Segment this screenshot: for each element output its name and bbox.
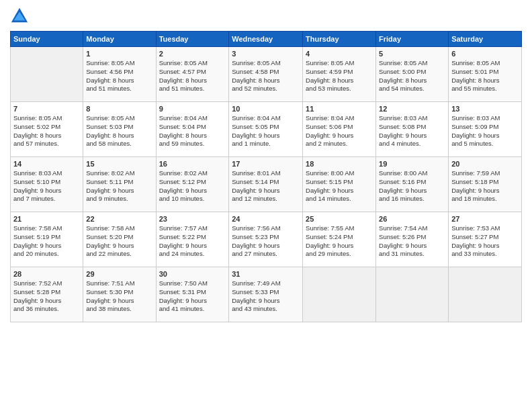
day-info: Sunrise: 7:53 AMSunset: 5:27 PMDaylight:… (451, 224, 519, 259)
calendar-week-row: 28Sunrise: 7:52 AMSunset: 5:28 PMDayligh… (11, 267, 522, 322)
calendar-cell: 16Sunrise: 8:02 AMSunset: 5:12 PMDayligh… (156, 157, 229, 212)
calendar-cell (303, 267, 376, 322)
day-number: 15 (86, 160, 152, 168)
calendar-cell: 28Sunrise: 7:52 AMSunset: 5:28 PMDayligh… (11, 267, 83, 322)
day-number: 20 (451, 160, 519, 168)
calendar-cell: 8Sunrise: 8:05 AMSunset: 5:03 PMDaylight… (83, 102, 156, 157)
day-info: Sunrise: 7:50 AMSunset: 5:31 PMDaylight:… (159, 279, 226, 314)
calendar-cell: 25Sunrise: 7:55 AMSunset: 5:24 PMDayligh… (303, 212, 376, 267)
day-info: Sunrise: 8:03 AMSunset: 5:09 PMDaylight:… (451, 114, 519, 148)
calendar-cell: 21Sunrise: 7:58 AMSunset: 5:19 PMDayligh… (11, 212, 83, 267)
day-number: 13 (451, 105, 519, 113)
day-info: Sunrise: 7:56 AMSunset: 5:23 PMDaylight:… (232, 224, 300, 259)
day-number: 1 (86, 50, 152, 58)
day-info: Sunrise: 8:02 AMSunset: 5:12 PMDaylight:… (159, 169, 226, 203)
day-number: 18 (306, 160, 373, 168)
day-number: 7 (13, 105, 80, 113)
day-number: 28 (13, 270, 80, 278)
day-info: Sunrise: 8:00 AMSunset: 5:16 PMDaylight:… (379, 169, 445, 203)
calendar-cell: 11Sunrise: 8:04 AMSunset: 5:06 PMDayligh… (303, 102, 376, 157)
day-info: Sunrise: 8:04 AMSunset: 5:06 PMDaylight:… (306, 114, 373, 148)
day-info: Sunrise: 8:04 AMSunset: 5:05 PMDaylight:… (232, 114, 300, 148)
day-info: Sunrise: 8:05 AMSunset: 5:02 PMDaylight:… (13, 114, 80, 148)
calendar-cell: 15Sunrise: 8:02 AMSunset: 5:11 PMDayligh… (83, 157, 156, 212)
day-info: Sunrise: 8:02 AMSunset: 5:11 PMDaylight:… (86, 169, 152, 203)
calendar-cell: 18Sunrise: 8:00 AMSunset: 5:15 PMDayligh… (303, 157, 376, 212)
weekday-header-friday: Friday (376, 32, 449, 47)
weekday-header-tuesday: Tuesday (156, 32, 229, 47)
day-info: Sunrise: 8:03 AMSunset: 5:08 PMDaylight:… (379, 114, 445, 148)
calendar-cell: 6Sunrise: 8:05 AMSunset: 5:01 PMDaylight… (449, 47, 522, 102)
calendar-cell: 17Sunrise: 8:01 AMSunset: 5:14 PMDayligh… (229, 157, 303, 212)
weekday-header-thursday: Thursday (303, 32, 376, 47)
day-number: 22 (86, 215, 152, 223)
day-number: 24 (232, 215, 300, 223)
calendar-cell: 10Sunrise: 8:04 AMSunset: 5:05 PMDayligh… (229, 102, 303, 157)
day-number: 12 (379, 105, 445, 113)
weekday-header-wednesday: Wednesday (229, 32, 303, 47)
day-info: Sunrise: 8:01 AMSunset: 5:14 PMDaylight:… (232, 169, 300, 203)
day-number: 6 (451, 50, 519, 58)
day-info: Sunrise: 7:55 AMSunset: 5:24 PMDaylight:… (306, 224, 373, 259)
day-info: Sunrise: 8:05 AMSunset: 4:56 PMDaylight:… (86, 59, 152, 93)
day-number: 19 (379, 160, 445, 168)
day-number: 14 (13, 160, 80, 168)
day-info: Sunrise: 7:54 AMSunset: 5:26 PMDaylight:… (379, 224, 445, 259)
calendar-week-row: 14Sunrise: 8:03 AMSunset: 5:10 PMDayligh… (11, 157, 522, 212)
calendar-cell (449, 267, 522, 322)
calendar-cell: 4Sunrise: 8:05 AMSunset: 4:59 PMDaylight… (303, 47, 376, 102)
calendar-week-row: 7Sunrise: 8:05 AMSunset: 5:02 PMDaylight… (11, 102, 522, 157)
day-info: Sunrise: 8:05 AMSunset: 5:01 PMDaylight:… (451, 59, 519, 93)
calendar-week-row: 1Sunrise: 8:05 AMSunset: 4:56 PMDaylight… (11, 47, 522, 102)
calendar-cell: 1Sunrise: 8:05 AMSunset: 4:56 PMDaylight… (83, 47, 156, 102)
calendar-cell: 13Sunrise: 8:03 AMSunset: 5:09 PMDayligh… (449, 102, 522, 157)
day-info: Sunrise: 7:49 AMSunset: 5:33 PMDaylight:… (232, 279, 300, 314)
calendar-cell: 7Sunrise: 8:05 AMSunset: 5:02 PMDaylight… (11, 102, 83, 157)
day-number: 30 (159, 270, 226, 278)
day-info: Sunrise: 7:51 AMSunset: 5:30 PMDaylight:… (86, 279, 152, 314)
calendar-table: SundayMondayTuesdayWednesdayThursdayFrid… (10, 31, 522, 322)
weekday-header-monday: Monday (83, 32, 156, 47)
day-number: 11 (306, 105, 373, 113)
calendar-cell: 12Sunrise: 8:03 AMSunset: 5:08 PMDayligh… (376, 102, 449, 157)
day-number: 25 (306, 215, 373, 223)
weekday-header-row: SundayMondayTuesdayWednesdayThursdayFrid… (11, 32, 522, 47)
day-number: 31 (232, 270, 300, 278)
day-number: 2 (159, 50, 226, 58)
page: SundayMondayTuesdayWednesdayThursdayFrid… (0, 0, 532, 411)
header (10, 7, 522, 26)
calendar-cell: 27Sunrise: 7:53 AMSunset: 5:27 PMDayligh… (449, 212, 522, 267)
calendar-cell: 3Sunrise: 8:05 AMSunset: 4:58 PMDaylight… (229, 47, 303, 102)
day-number: 26 (379, 215, 445, 223)
calendar-cell (376, 267, 449, 322)
day-number: 8 (86, 105, 152, 113)
day-number: 27 (451, 215, 519, 223)
calendar-cell: 20Sunrise: 7:59 AMSunset: 5:18 PMDayligh… (449, 157, 522, 212)
day-number: 21 (13, 215, 80, 223)
day-info: Sunrise: 8:05 AMSunset: 4:59 PMDaylight:… (306, 59, 373, 93)
calendar-cell: 22Sunrise: 7:58 AMSunset: 5:20 PMDayligh… (83, 212, 156, 267)
calendar-cell: 30Sunrise: 7:50 AMSunset: 5:31 PMDayligh… (156, 267, 229, 322)
calendar-cell (11, 47, 83, 102)
calendar-header: SundayMondayTuesdayWednesdayThursdayFrid… (11, 32, 522, 47)
calendar-cell: 24Sunrise: 7:56 AMSunset: 5:23 PMDayligh… (229, 212, 303, 267)
calendar-cell: 31Sunrise: 7:49 AMSunset: 5:33 PMDayligh… (229, 267, 303, 322)
calendar-cell: 5Sunrise: 8:05 AMSunset: 5:00 PMDaylight… (376, 47, 449, 102)
day-number: 3 (232, 50, 300, 58)
day-number: 4 (306, 50, 373, 58)
day-number: 9 (159, 105, 226, 113)
day-number: 17 (232, 160, 300, 168)
weekday-header-sunday: Sunday (11, 32, 83, 47)
day-info: Sunrise: 7:57 AMSunset: 5:22 PMDaylight:… (159, 224, 226, 259)
calendar-cell: 29Sunrise: 7:51 AMSunset: 5:30 PMDayligh… (83, 267, 156, 322)
day-number: 16 (159, 160, 226, 168)
day-info: Sunrise: 8:03 AMSunset: 5:10 PMDaylight:… (13, 169, 80, 203)
day-info: Sunrise: 8:00 AMSunset: 5:15 PMDaylight:… (306, 169, 373, 203)
day-number: 29 (86, 270, 152, 278)
calendar-cell: 9Sunrise: 8:04 AMSunset: 5:04 PMDaylight… (156, 102, 229, 157)
day-info: Sunrise: 8:05 AMSunset: 4:57 PMDaylight:… (159, 59, 226, 93)
day-info: Sunrise: 7:59 AMSunset: 5:18 PMDaylight:… (451, 169, 519, 203)
day-info: Sunrise: 7:52 AMSunset: 5:28 PMDaylight:… (13, 279, 80, 314)
calendar-body: 1Sunrise: 8:05 AMSunset: 4:56 PMDaylight… (11, 47, 522, 322)
logo (10, 7, 32, 26)
